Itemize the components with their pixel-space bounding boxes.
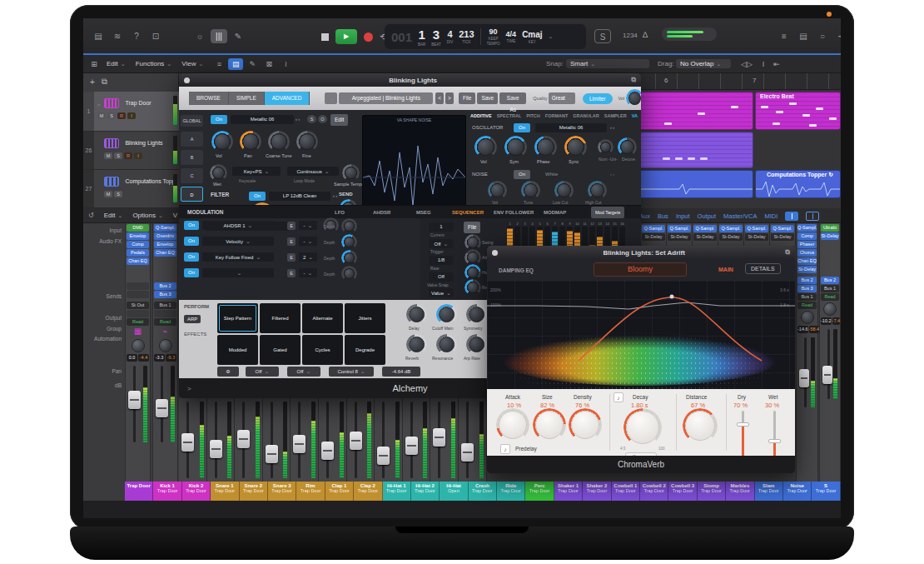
tab-source-a[interactable]: A <box>181 132 203 147</box>
browsers-icon[interactable]: ➔ <box>833 29 841 43</box>
seq-trigger[interactable]: Off <box>429 239 454 248</box>
channel-name-label[interactable]: Cowbell 3 Trap Door <box>668 482 697 501</box>
input-slot[interactable]: Q-Sampl. <box>154 224 176 232</box>
mute-button[interactable]: M <box>97 112 106 119</box>
filter-type[interactable]: LP 12dB Clean <box>269 192 330 201</box>
noise-highcut-knob[interactable] <box>590 183 604 197</box>
volume-fader[interactable] <box>822 366 832 384</box>
tab-main[interactable]: MAIN <box>718 267 733 272</box>
record-enable-button[interactable]: R <box>117 112 126 119</box>
disclosure-icon[interactable]: > <box>187 385 191 392</box>
tab-lfo[interactable]: LFO <box>335 210 345 215</box>
seq-current[interactable]: 1 <box>429 222 454 232</box>
perform-gear-icon[interactable]: ⚙ <box>217 367 239 377</box>
noise-vol-knob[interactable] <box>490 183 504 197</box>
limiter-button[interactable]: Limiter <box>583 93 613 104</box>
pan-knob[interactable] <box>823 302 837 316</box>
fx-plugin-slot[interactable]: St-Delay <box>719 233 743 241</box>
send-slot[interactable]: Bus 3 <box>154 291 176 298</box>
snap-vol-stepper[interactable]: -4.64 dB <box>382 367 420 377</box>
solo-button[interactable]: S <box>594 29 611 43</box>
source-edit-button[interactable]: Edit <box>330 114 348 126</box>
volume-fader[interactable] <box>461 443 474 462</box>
mixer-icon[interactable]: ||| <box>211 29 227 43</box>
volume-fader[interactable] <box>266 445 278 463</box>
fx-plugin-slot[interactable]: St-Delay <box>797 266 817 273</box>
alchemy-view-tab[interactable]: SIMPLE <box>229 92 265 105</box>
tab-formant[interactable]: FORMANT <box>545 113 569 118</box>
track-board-icon[interactable]: ▤ <box>228 58 243 70</box>
fx-plugin-slot[interactable]: St-Delay <box>668 233 691 241</box>
waveform-zoom-icon[interactable]: ◁▷ <box>739 58 754 70</box>
source-name[interactable]: Metallic 06 <box>231 115 294 124</box>
fx-plugin-slot[interactable]: Phaser <box>797 241 817 248</box>
quality-select[interactable]: Great <box>549 92 575 104</box>
volume-fader[interactable] <box>128 391 141 409</box>
channel-name-label[interactable]: Kick 2 Trap Door <box>182 482 211 501</box>
perform-pad[interactable]: Filtered <box>260 303 301 333</box>
mod-source-select[interactable]: Key Follow Fixed <box>202 252 274 262</box>
volume-fader[interactable] <box>293 435 306 453</box>
alchemy-view-tab[interactable]: BROWSE <box>189 92 229 105</box>
osc-prev-next-icon[interactable]: ‹ › <box>610 125 614 130</box>
channel-name-label[interactable]: Trap Door <box>125 482 153 501</box>
source-on-button[interactable]: On <box>211 115 227 124</box>
mod-edit-button[interactable]: E <box>287 222 296 230</box>
osc-num-knob[interactable] <box>600 142 611 152</box>
perf-resonance-knob[interactable] <box>439 337 455 352</box>
list-view-icon[interactable]: ≡ <box>211 58 226 70</box>
noise-on-button[interactable]: On <box>514 170 530 179</box>
marquee-icon[interactable]: ⊠ <box>261 58 276 70</box>
fx-plugin-slot[interactable]: Comp <box>797 232 817 240</box>
size-knob[interactable] <box>535 411 564 439</box>
density-knob[interactable] <box>571 411 599 439</box>
tracks-grid-icon[interactable]: ⊞ <box>87 58 102 70</box>
file-button[interactable]: File <box>459 92 475 104</box>
drag-select[interactable]: No Overlap <box>676 59 731 68</box>
volume-fader[interactable] <box>377 447 390 465</box>
mod-source-select[interactable]: Velocity <box>202 237 274 246</box>
tab-va[interactable]: VA <box>632 113 638 118</box>
output-slot[interactable]: Bus 1 <box>154 302 176 309</box>
channel-name-label[interactable]: Shaker 1 Trap Door <box>554 482 583 501</box>
smart-controls-icon[interactable]: ☼ <box>191 29 208 43</box>
channel-name-label[interactable]: Clap 2 Trap Door <box>354 482 382 501</box>
save-button[interactable]: Save <box>477 92 498 104</box>
channel-name-label[interactable]: Clap 1 Trap Door <box>325 482 354 501</box>
send-slot[interactable]: Bus 2 <box>797 277 817 284</box>
pan-knob[interactable] <box>159 339 172 352</box>
channel-name-label[interactable]: Cowbell 2 Trap Door <box>640 482 668 501</box>
input-slot[interactable]: Q-Sampl. <box>771 225 794 232</box>
mixer-filter-tab[interactable]: Output <box>698 212 717 220</box>
fx-plugin-slot[interactable]: Overdriv <box>154 232 176 240</box>
depth-knob[interactable] <box>344 252 355 263</box>
osc-vol-knob[interactable] <box>477 138 494 156</box>
volume-value[interactable]: 0.0 <box>127 354 137 362</box>
noise-lowcut-knob[interactable] <box>557 183 571 197</box>
fx-plugin-slot[interactable]: Chan EQ <box>797 257 817 265</box>
hold-knob[interactable] <box>467 267 479 278</box>
channel-name-label[interactable]: S Trap Door <box>812 482 840 501</box>
sample-tempo-knob[interactable] <box>345 167 357 179</box>
perform-pad[interactable]: Modded <box>217 335 258 365</box>
seq-rate[interactable]: 1/8 <box>429 256 454 265</box>
channel-name-label[interactable]: Rim Trap Door <box>296 482 325 501</box>
send-slot[interactable]: Bus 3 <box>797 285 817 292</box>
edit-menu[interactable]: Edit <box>107 60 126 67</box>
volume-fader[interactable] <box>433 428 445 447</box>
mod-edit-button[interactable]: E <box>287 237 296 246</box>
channel-name-label[interactable]: Kick 1 Trap Door <box>153 482 181 501</box>
source-pan-knob[interactable] <box>242 133 259 150</box>
stop-button[interactable] <box>321 33 329 41</box>
tab-ahdsr[interactable]: AHDSR <box>373 210 390 215</box>
volume-value[interactable]: -14.6 <box>797 326 808 333</box>
decay-knob[interactable] <box>626 411 659 444</box>
group-slot[interactable] <box>127 310 149 317</box>
toolbar-toggle-icon[interactable]: ⊡ <box>147 29 164 43</box>
tab-mseg[interactable]: MSEG <box>416 210 431 215</box>
distance-knob[interactable] <box>685 411 715 441</box>
predelay-sync-icon[interactable]: ♪ <box>500 444 510 454</box>
attack-knob[interactable] <box>499 411 527 439</box>
input-slot[interactable]: DMD <box>127 224 149 232</box>
preset-name[interactable]: Arpeggiated | Blinking Lights <box>339 92 433 104</box>
